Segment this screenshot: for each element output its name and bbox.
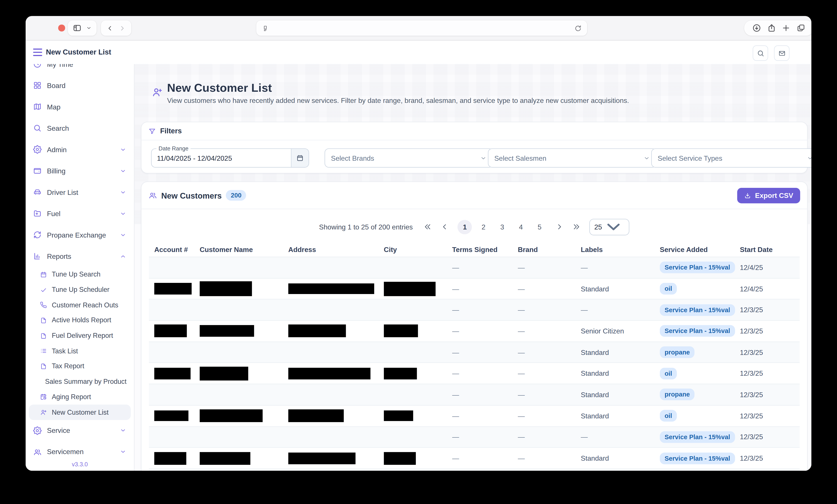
sidebar-subitem-tune-up-search[interactable]: Tune Up Search	[29, 267, 131, 282]
service-added-cell: Service Plan - 15%val	[660, 431, 740, 443]
sidebar-toggle-icon[interactable]	[72, 23, 82, 32]
redacted-cell	[200, 452, 288, 465]
page-button-3[interactable]: 3	[495, 220, 510, 234]
select-select-brands[interactable]: Select Brands	[324, 148, 493, 168]
search-button[interactable]	[753, 45, 768, 61]
service-badge: Service Plan - 15%val	[660, 262, 735, 273]
sidebar-item-board[interactable]: Board	[29, 75, 131, 96]
sidebar-item-reports[interactable]: Reports	[29, 246, 131, 267]
sidebar-item-driver-list[interactable]: Driver List	[29, 181, 131, 203]
refresh-icon	[33, 231, 41, 239]
prev-page-button[interactable]	[441, 222, 449, 231]
sidebar-subitem-aging-report[interactable]: Aging Report	[29, 389, 131, 404]
redacted-cell	[149, 452, 200, 465]
export-csv-button[interactable]: Export CSV	[737, 187, 800, 203]
redacted-cell	[384, 325, 452, 338]
redaction-bar	[154, 283, 192, 295]
sidebar-subitem-new-customer-list[interactable]: New Customer List	[29, 404, 131, 420]
redaction-bar	[384, 325, 418, 338]
sidebar-item-billing[interactable]: Billing	[29, 160, 131, 181]
redacted-cell	[149, 367, 200, 379]
table-row: ——Standardoil12/4/25	[149, 278, 800, 299]
sidebar-item-search[interactable]: Search	[29, 118, 131, 139]
sidebar-subitem-fuel-delivery-report[interactable]: Fuel Delivery Report	[29, 328, 131, 343]
sidebar-toggle-group[interactable]	[68, 20, 97, 36]
customers-table: Account #Customer NameAddressCityTerms S…	[149, 242, 800, 471]
close-window-button[interactable]	[58, 24, 65, 31]
start-date-cell: 12/3/25	[740, 370, 795, 377]
sidebar-subitem-label: Tune Up Search	[52, 271, 100, 278]
filter-icon	[148, 127, 156, 134]
clock-icon	[33, 64, 41, 69]
terms-signed-cell: —	[452, 306, 518, 314]
redacted-cell	[149, 325, 200, 338]
redaction-bar	[288, 367, 370, 379]
start-date-cell: 12/4/25	[740, 264, 795, 272]
downloads-icon[interactable]	[752, 23, 761, 32]
service-added-cell: propane	[660, 389, 740, 401]
folder-plus-icon	[33, 209, 41, 218]
sidebar-subitem-customer-reach-outs[interactable]: Customer Reach Outs	[29, 298, 131, 313]
sidebar-item-servicemen[interactable]: Servicemen	[29, 442, 131, 463]
brand-cell: —	[518, 370, 581, 377]
service-badge: oil	[660, 283, 677, 295]
back-button[interactable]	[106, 24, 113, 32]
service-added-cell: oil	[660, 367, 740, 379]
sidebar-item-map[interactable]: Map	[29, 96, 131, 118]
labels-cell: —	[581, 433, 660, 441]
pagination: Showing 1 to 25 of 200 entries 12345 25	[141, 214, 807, 240]
chevron-down-icon[interactable]	[86, 25, 92, 31]
next-page-button[interactable]	[555, 222, 564, 231]
column-header-start-date: Start Date	[740, 246, 795, 254]
wallet-icon	[33, 167, 41, 175]
menu-toggle-button[interactable]	[33, 49, 42, 56]
first-page-button[interactable]	[424, 222, 432, 231]
share-icon[interactable]	[767, 23, 776, 32]
select-placeholder: Select Salesmen	[494, 154, 643, 162]
forward-button[interactable]	[119, 24, 126, 32]
sidebar-item-my-time[interactable]: My Time	[29, 64, 131, 75]
start-date-cell: 12/4/25	[740, 285, 795, 293]
start-date-cell: 12/3/25	[740, 454, 795, 462]
page-button-4[interactable]: 4	[514, 220, 528, 234]
redaction-bar	[154, 367, 191, 379]
url-bar[interactable]	[256, 20, 587, 36]
sidebar-item-propane-exchange[interactable]: Propane Exchange	[29, 224, 131, 246]
last-page-button[interactable]	[572, 222, 581, 231]
select-select-salesmen[interactable]: Select Salesmen	[488, 148, 657, 168]
sidebar-subitem-active-holds-report[interactable]: Active Holds Report	[29, 313, 131, 328]
sidebar-item-label: Driver List	[47, 188, 114, 196]
labels-cell: Standard	[581, 370, 660, 377]
service-added-cell: Service Plan - 15%val	[660, 452, 740, 464]
column-header-labels: Labels	[581, 246, 660, 254]
mail-button[interactable]	[774, 45, 789, 61]
reload-icon[interactable]	[574, 24, 582, 32]
sidebar-item-label: Reports	[47, 252, 114, 260]
sidebar-item-label: Map	[47, 103, 127, 111]
sidebar-subitem-tax-report[interactable]: Tax Report	[29, 359, 131, 374]
select-select-service-types[interactable]: Select Service Types	[651, 148, 812, 168]
sidebar-subitem-label: Aging Report	[52, 393, 91, 401]
sidebar-item-admin[interactable]: Admin	[29, 139, 131, 160]
service-badge: Service Plan - 15%val	[660, 304, 735, 316]
sidebar-subitem-task-list[interactable]: Task List	[29, 343, 131, 359]
page-size-select[interactable]: 25	[590, 218, 629, 235]
service-badge: propane	[660, 389, 695, 401]
new-tab-icon[interactable]	[782, 23, 790, 32]
chevron-down-icon	[120, 427, 127, 434]
redacted-cell	[384, 452, 452, 465]
sidebar-item-service[interactable]: Service	[29, 420, 131, 442]
labels-cell: Standard	[581, 454, 660, 462]
page-header: New Customer List View customers who hav…	[152, 82, 629, 105]
page-button-1[interactable]: 1	[458, 220, 472, 234]
sidebar-subitem-sales-summary-by-product[interactable]: Sales Summary by Product	[29, 374, 131, 389]
sidebar-item-fuel[interactable]: Fuel	[29, 203, 131, 224]
tab-overview-icon[interactable]	[797, 23, 805, 32]
sidebar-subitem-tune-up-scheduler[interactable]: Tune Up Scheduler	[29, 282, 131, 298]
page-button-2[interactable]: 2	[476, 220, 491, 234]
service-badge: Service Plan - 15%val	[660, 452, 735, 464]
select-placeholder: Select Brands	[331, 154, 480, 162]
page-button-5[interactable]: 5	[532, 220, 547, 234]
column-header-address: Address	[288, 246, 384, 254]
chevron-down-icon	[120, 231, 127, 238]
